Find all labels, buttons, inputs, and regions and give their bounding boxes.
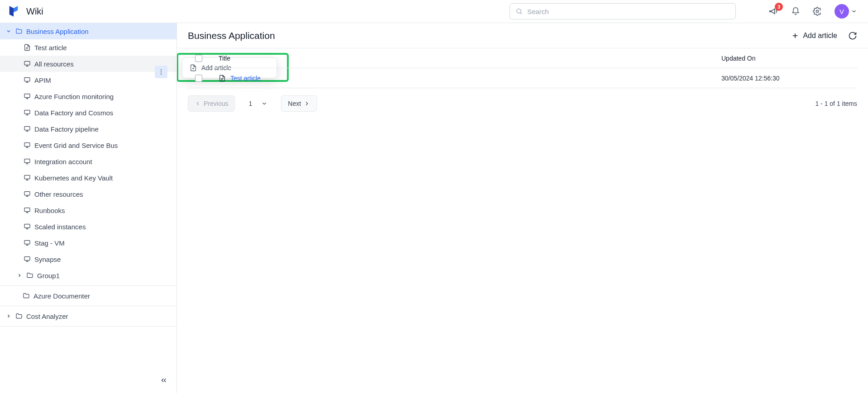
avatar: V	[835, 4, 849, 19]
prev-button[interactable]: Previous	[188, 95, 235, 112]
divider	[0, 306, 176, 306]
svg-point-0	[517, 9, 521, 13]
add-article-label: Add article	[803, 32, 837, 40]
svg-line-1	[520, 13, 522, 14]
brand[interactable]: Wiki	[7, 5, 43, 18]
sidebar-item[interactable]: Event Grid and Service Bus	[0, 137, 176, 153]
sidebar-folder-business-application[interactable]: Business Application	[0, 23, 176, 39]
sidebar-item[interactable]: Stag - VM	[0, 235, 176, 251]
notification-badge: 3	[775, 3, 783, 11]
monitor-icon	[24, 142, 31, 149]
select-all-checkbox[interactable]	[195, 55, 202, 62]
main-header: Business Application Add article	[177, 23, 868, 48]
monitor-icon	[24, 125, 31, 133]
file-icon	[24, 44, 31, 51]
chevron-right-icon	[5, 313, 12, 319]
next-button[interactable]: Next	[281, 95, 317, 112]
sidebar-item-label: Scaled instances	[34, 223, 86, 231]
sidebar-item-label: Runbooks	[34, 207, 65, 214]
sidebar-item[interactable]: Kubernetes and Key Vault	[0, 170, 176, 186]
page-select[interactable]: 1	[244, 100, 272, 107]
search-field[interactable]	[510, 3, 736, 19]
folder-icon	[15, 28, 23, 35]
search-icon	[515, 8, 523, 15]
logo-icon	[7, 5, 20, 18]
svg-rect-32	[24, 208, 30, 212]
settings-button[interactable]	[813, 7, 822, 16]
sidebar-item[interactable]: All resources	[0, 56, 176, 72]
app-title: Wiki	[26, 6, 43, 17]
sidebar-item-label: Azure Function monitoring	[34, 93, 114, 100]
table-row[interactable]: Test article 30/05/2024 12:56:30	[188, 68, 857, 88]
svg-rect-38	[24, 241, 30, 244]
svg-point-44	[161, 69, 162, 70]
sidebar-item[interactable]: Synapse	[0, 251, 176, 267]
svg-rect-8	[24, 78, 30, 81]
chevron-right-icon	[16, 273, 23, 278]
sidebar-item[interactable]: Scaled instances	[0, 218, 176, 235]
sidebar-item-label: Other resources	[34, 190, 83, 198]
monitor-icon	[24, 239, 31, 246]
svg-rect-17	[24, 127, 30, 130]
header-icons: 3 V	[768, 4, 861, 19]
sidebar-item[interactable]: Runbooks	[0, 202, 176, 218]
sidebar-item[interactable]: Integration account	[0, 153, 176, 170]
sidebar-item[interactable]: Data Factory and Cosmos	[0, 104, 176, 121]
search-input[interactable]	[527, 8, 730, 15]
monitor-icon	[24, 256, 31, 263]
monitor-icon	[24, 93, 31, 100]
svg-rect-23	[24, 159, 30, 163]
collapse-sidebar-button[interactable]	[157, 374, 170, 387]
row-updated: 30/05/2024 12:56:30	[721, 75, 857, 82]
chevron-down-icon	[261, 100, 267, 107]
monitor-icon	[24, 174, 31, 181]
col-title[interactable]: Title	[210, 55, 721, 62]
sidebar-item[interactable]: Other resources	[0, 186, 176, 202]
sidebar-item-label: Data Factory pipeline	[34, 125, 99, 133]
sidebar-item-label: Stag - VM	[34, 239, 65, 247]
svg-rect-35	[24, 224, 30, 228]
sidebar-item[interactable]: Azure Function monitoring	[0, 88, 176, 104]
monitor-icon	[24, 76, 31, 84]
sidebar-item[interactable]: Data Factory pipeline	[0, 121, 176, 137]
user-menu[interactable]: V	[835, 4, 857, 19]
folder-icon	[15, 313, 23, 320]
svg-rect-20	[24, 143, 30, 147]
announcements-button[interactable]: 3	[768, 6, 778, 16]
sidebar-item[interactable]: Test article	[0, 39, 176, 56]
refresh-button[interactable]	[848, 31, 857, 40]
sidebar-item-label: Integration account	[34, 158, 92, 166]
sidebar-folder-azure-documenter[interactable]: Azure Documenter	[0, 288, 176, 304]
row-title-link[interactable]: Test article	[230, 75, 261, 82]
svg-point-46	[161, 74, 162, 75]
monitor-icon	[24, 190, 31, 198]
notifications-button[interactable]	[791, 7, 800, 16]
divider	[0, 285, 176, 286]
svg-rect-5	[24, 62, 30, 65]
page-title: Business Application	[188, 30, 275, 41]
add-article-button[interactable]: Add article	[791, 32, 837, 40]
sidebar-folder-cost-analyzer[interactable]: Cost Analyzer	[0, 308, 176, 324]
sidebar-item-label: Azure Documenter	[33, 292, 90, 300]
row-more-button[interactable]	[155, 66, 167, 78]
pager-info: 1 - 1 of 1 items	[815, 100, 857, 107]
prev-label: Previous	[204, 100, 228, 107]
table-header: Title Updated On	[188, 48, 857, 68]
monitor-icon	[24, 109, 31, 116]
sidebar-item-label: Test article	[34, 44, 67, 52]
svg-rect-41	[24, 257, 30, 260]
sidebar-item[interactable]: APIM	[0, 72, 176, 88]
pagination: Previous 1 Next 1 - 1 of 1 items	[177, 88, 868, 119]
divider	[0, 326, 176, 327]
monitor-icon	[24, 223, 31, 230]
main: Business Application Add article Title U…	[176, 23, 868, 393]
svg-rect-11	[24, 94, 30, 98]
row-checkbox[interactable]	[195, 75, 202, 82]
col-updated[interactable]: Updated On	[721, 55, 857, 62]
monitor-icon	[24, 158, 31, 165]
sidebar-item-label: Synapse	[34, 256, 61, 263]
chevron-down-icon	[851, 8, 857, 14]
sidebar-folder-group1[interactable]: Group1	[0, 267, 176, 284]
folder-icon	[26, 272, 33, 279]
next-label: Next	[288, 100, 301, 107]
